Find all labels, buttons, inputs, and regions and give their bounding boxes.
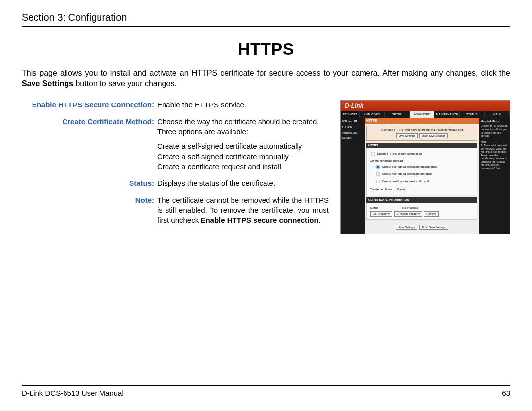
radio-auto-label: Create self-signed certificate automatic… bbox=[382, 165, 438, 168]
def-note-body: The certificate cannot be removed while … bbox=[157, 195, 329, 225]
model-label: DCS-6512 bbox=[341, 111, 360, 118]
section-header: Section 3: Configuration bbox=[22, 12, 510, 23]
brand-bar: D-Link bbox=[341, 101, 510, 111]
tab-advanced[interactable]: ADVANCED bbox=[410, 111, 435, 118]
nav-logout[interactable]: Logout bbox=[342, 137, 363, 140]
def-method-label: Create Certificate Method: bbox=[22, 117, 157, 171]
def-note: Note: The certificate cannot be removed … bbox=[22, 195, 329, 225]
save-settings-button-bottom[interactable]: Save Settings bbox=[396, 225, 417, 230]
def-method-options: Create a self-signed certificate automat… bbox=[157, 141, 329, 171]
tab-live-video[interactable]: LIVE VIDEO bbox=[360, 111, 385, 118]
def-note-label: Note: bbox=[22, 195, 157, 225]
save-settings-button-top[interactable]: Save Settings bbox=[396, 133, 418, 138]
enable-https-label: Enable HTTPS secure connection bbox=[377, 152, 422, 155]
nav-access-list[interactable]: Access List bbox=[342, 131, 363, 135]
main-panel: HTTPS To enable HTTPS, you have to creat… bbox=[365, 118, 479, 234]
help-body2: 1. The certificate can't be removed whil… bbox=[481, 144, 507, 170]
tab-maintenance[interactable]: MAINTENANCE bbox=[434, 111, 460, 118]
header-rule: Section 3: Configuration bbox=[22, 12, 510, 27]
radio-manual-label: Create self-signed certificate manually bbox=[382, 172, 432, 175]
def-enable: Enable HTTPS Secure Connection: Enable t… bbox=[22, 100, 329, 110]
page-title: HTTPS bbox=[22, 39, 510, 59]
tab-setup[interactable]: SETUP bbox=[385, 111, 410, 118]
footer-left: D-Link DCS-6513 User Manual bbox=[22, 389, 124, 397]
nav-https[interactable]: HTTPS bbox=[342, 125, 363, 129]
tab-status[interactable]: STATUS bbox=[460, 111, 485, 118]
radio-manual[interactable] bbox=[376, 172, 380, 176]
radio-auto[interactable] bbox=[376, 165, 380, 169]
dont-save-settings-button-top[interactable]: Don't Save Settings bbox=[419, 133, 448, 138]
def-status-label: Status: bbox=[22, 178, 157, 188]
enable-https-row: Enable HTTPS secure connection bbox=[370, 151, 474, 157]
intro-paragraph: This page allows you to install and acti… bbox=[22, 68, 510, 89]
help-note: Note: bbox=[481, 140, 487, 143]
definition-list: Enable HTTPS Secure Connection: Enable t… bbox=[22, 100, 329, 235]
embedded-screenshot: D-Link DCS-6512 LIVE VIDEO SETUP ADVANCE… bbox=[340, 100, 510, 235]
remove-button[interactable]: Remove bbox=[424, 211, 438, 217]
dont-save-settings-button-bottom[interactable]: Don't Save Settings bbox=[419, 225, 448, 230]
def-method-lead: Choose the way the certificate should be… bbox=[157, 117, 329, 137]
intro-pre: This page allows you to install and acti… bbox=[22, 69, 510, 77]
cert-status-key: Status bbox=[370, 206, 396, 210]
page-footer: D-Link DCS-6513 User Manual 63 bbox=[22, 385, 510, 397]
notice-text: To enable HTTPS, you have to create and … bbox=[369, 128, 475, 132]
help-title: Helpful Hints.. bbox=[481, 120, 508, 123]
def-enable-label: Enable HTTPS Secure Connection: bbox=[22, 100, 157, 110]
def-status-body: Displays the status of the certificate. bbox=[157, 178, 329, 188]
def-note-post: . bbox=[319, 216, 321, 224]
help-panel: Helpful Hints.. Enable HTTPS secure conn… bbox=[479, 118, 510, 234]
def-method-opt2: Create a self-signed certificate manuall… bbox=[157, 152, 289, 161]
https-section-bar: HTTPS bbox=[366, 143, 477, 148]
intro-post: button to save your changes. bbox=[73, 79, 177, 88]
footer-page-number: 63 bbox=[502, 389, 510, 397]
tab-bar: DCS-6512 LIVE VIDEO SETUP ADVANCED MAINT… bbox=[341, 111, 510, 118]
csr-property-button[interactable]: CSR Property bbox=[370, 211, 392, 217]
create-button[interactable]: Create bbox=[395, 187, 408, 192]
cert-info-bar: CERTIFICATE INFORMATION bbox=[366, 197, 477, 203]
def-method-opt1: Create a self-signed certificate automat… bbox=[157, 142, 302, 150]
radio-request[interactable] bbox=[376, 180, 380, 184]
radio-request-label: Create certificate request and install bbox=[382, 180, 430, 183]
create-method-heading: Create certificate method bbox=[370, 159, 474, 163]
def-enable-body: Enable the HTTPS service. bbox=[157, 100, 329, 110]
def-note-bold: Enable HTTPS secure connection bbox=[200, 216, 318, 224]
notice-box: To enable HTTPS, you have to create and … bbox=[366, 126, 477, 141]
def-method-opt3: Create a certificate request and install bbox=[157, 162, 281, 171]
banner-title: HTTPS bbox=[365, 118, 479, 124]
enable-https-checkbox[interactable] bbox=[371, 152, 375, 156]
cert-status-value: No Installed bbox=[402, 206, 418, 210]
create-cert-label: Create certificate: bbox=[370, 188, 393, 191]
side-nav: ICR and IR HTTPS Access List Logout bbox=[341, 118, 365, 234]
def-status: Status: Displays the status of the certi… bbox=[22, 178, 329, 188]
certificate-property-button[interactable]: Certificate Property bbox=[394, 211, 422, 217]
def-method: Create Certificate Method: Choose the wa… bbox=[22, 117, 329, 171]
nav-icr[interactable]: ICR and IR bbox=[342, 120, 363, 123]
tab-help[interactable]: HELP bbox=[485, 111, 510, 118]
intro-bold: Save Settings bbox=[22, 79, 73, 88]
